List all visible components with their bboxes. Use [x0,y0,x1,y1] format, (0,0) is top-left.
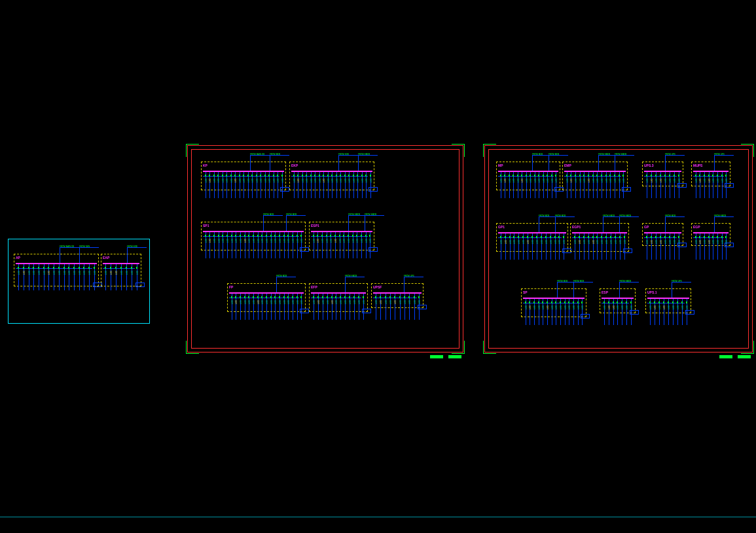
feeder-circuit: CKT [22,264,26,306]
drawing-sheet[interactable]: KPFROM MAIN DBFROM MDBCKTCKTCKTCKTCKTCKT… [187,145,463,352]
drawing-sheet[interactable]: APFROM MAIN DBFROM GENCKTCKTCKTCKTCKTCKT… [8,239,150,324]
incomer-label: FROM UPS [665,153,675,156]
electrical-panel[interactable]: ESPFROM EMDBCKTCKTCKTCKTCKTCKTCKT [600,288,636,328]
electrical-panel[interactable]: MPFROM MDBFROM MDBCKTCKTCKTCKTCKTCKTCKTC… [496,162,560,207]
feeder-label: CKT [242,179,245,182]
electrical-panel[interactable]: APFROM MAIN DBFROM GENCKTCKTCKTCKTCKTCKT… [14,254,99,306]
feeder-circuit: CKT [619,233,622,269]
feeder-label: CKT [365,239,367,243]
feeder-label: CKT [251,179,253,182]
feeder-circuit: CKT [282,232,285,267]
incomer-label: FROM EMDB [598,153,610,156]
drawing-sheet[interactable]: MPFROM MDBFROM MDBCKTCKTCKTCKTCKTCKTCKTC… [484,145,753,352]
feeder-label: CKT [104,271,107,275]
feeder-circuit: CKT [212,232,215,267]
feeder-label: CKT [664,179,666,182]
feeder-label: CKT [698,179,701,182]
feeder-label: CKT [339,300,342,304]
feeder-label: CKT [546,305,549,309]
feeder-circuit: CKT [388,294,392,322]
electrical-panel[interactable]: EMPFROM EMDBFROM EMDBCKTCKTCKTCKTCKTCKTC… [562,162,628,207]
feeder-circuit: CKT [309,172,312,207]
feeder-circuit: CKT [316,294,319,329]
incomer-label: FROM MDB [270,153,280,156]
feeder-circuit: CKT [658,172,662,201]
feeder-circuit: CKT [351,232,354,267]
feeder-label: CKT [125,271,128,275]
earth-terminal-icon [369,187,378,192]
incomer-feed: FROM EMDB [358,155,391,164]
feeder-label: CKT [281,179,283,182]
electrical-panel[interactable]: MUPSFROM UPSCKTCKTCKTCKTCKTCKTCKTCKT [691,162,730,201]
electrical-panel[interactable]: EKPFROM EDBFROM EMDBCKTCKTCKTCKTCKTCKTCK… [289,162,374,207]
feeder-circuit: CKT [648,299,652,328]
feeder-label: CKT [58,271,60,275]
electrical-panel[interactable]: EGP1FROM EMDBFROM EMDBCKTCKTCKTCKTCKTCKT… [570,223,629,269]
incomer-label: FROM EMDB [615,153,626,156]
feeder-circuit: CKT [365,172,368,207]
feeder-label: CKT [43,271,45,275]
feeder-label: CKT [208,239,211,243]
feeder-label: CKT [352,179,355,182]
electrical-panel[interactable]: UPS.1FROM UPSCKTCKTCKTCKTCKTCKTCKTCKTCKT [645,288,691,328]
feeder-circuit: CKT [338,232,341,267]
feeder-label: CKT [673,240,675,244]
electrical-panel[interactable]: SP1FROM MDBFROM MDBCKTCKTCKTCKTCKTCKTCKT… [201,222,306,267]
feeder-label: CKT [265,300,268,304]
feeder-label: CKT [130,271,133,275]
electrical-panel[interactable]: GPFROM MDBCKTCKTCKTCKTCKTCKTCKTCKT [642,223,683,259]
electrical-panel[interactable]: KPFROM MAIN DBFROM MDBCKTCKTCKTCKTCKTCKT… [201,162,286,207]
electrical-panel[interactable]: EAPFROM EDBCKTCKTCKTCKTCKTCKTCKT [101,254,141,306]
feeder-circuit: CKT [87,264,91,306]
feeder-label: CKT [296,300,298,304]
feeder-group: CKTCKTCKTCKTCKTCKTCKTCKTCKTCKTCKTCKTCKTC… [16,264,96,306]
feeder-label: CKT [270,300,272,304]
incomer-feed: FROM EDB [127,247,160,256]
feeder-circuit: CKT [325,294,329,329]
feeder-label: CKT [703,179,706,182]
electrical-panel[interactable]: FPFROM MDBCKTCKTCKTCKTCKTCKTCKTCKTCKTCKT… [227,283,306,329]
feeder-circuit: CKT [212,172,215,207]
feeder-circuit: CKT [658,233,662,259]
feeder-circuit: CKT [403,294,406,322]
feeder-circuit: CKT [333,232,336,267]
feeder-circuit: CKT [537,299,540,334]
feeder-circuit: CKT [114,264,118,306]
feeder-label: CKT [612,305,615,309]
feeder-label: CKT [230,179,232,182]
electrical-panel[interactable]: ESP1FROM EMDBFROM EMDBCKTCKTCKTCKTCKTCKT… [309,222,374,267]
feeder-label: CKT [225,179,228,182]
feeder-circuit: CKT [344,294,347,329]
panel-title: EFP [311,285,317,289]
feeder-circuit: CKT [312,232,315,267]
incomer-label: FROM UPS [404,275,414,277]
feeder-circuit: CKT [654,172,658,201]
feeder-label: CKT [596,179,598,182]
panel-title: EGP1 [572,225,581,229]
electrical-panel[interactable]: EFPFROM EMDBCKTCKTCKTCKTCKTCKTCKTCKTCKTC… [309,283,368,329]
feeder-circuit: CKT [582,233,585,269]
electrical-panel[interactable]: EGPFROM EMDBCKTCKTCKTCKTCKTCKTCKTCKT [691,223,730,259]
feeder-circuit: CKT [668,233,672,259]
electrical-panel[interactable]: GP1FROM MDBFROM MDBCKTCKTCKTCKTCKTCKTCKT… [496,223,568,269]
feeder-label: CKT [558,240,560,244]
feeder-label: CKT [573,240,576,244]
feeder-circuit: CKT [604,172,607,207]
feeder-label: CKT [321,300,324,304]
feeder-group: CKTCKTCKTCKTCKTCKTCKTCKTCKTCKT [374,294,421,322]
feeder-label: CKT [711,240,714,244]
feeder-circuit: CKT [549,233,552,269]
feeder-circuit: CKT [238,172,241,207]
feeder-circuit: CKT [609,172,612,207]
electrical-panel[interactable]: SPFROM MDBFROM MDBCKTCKTCKTCKTCKTCKTCKTC… [521,288,586,334]
feeder-label: CKT [522,240,524,244]
feeder-group: CKTCKTCKTCKTCKTCKTCKTCKTCKTCKTCKTCKTCKTC… [565,172,625,207]
electrical-panel[interactable]: UPSFFROM UPSCKTCKTCKTCKTCKTCKTCKTCKTCKTC… [371,283,423,322]
electrical-panel[interactable]: UPS.3FROM UPSCKTCKTCKTCKTCKTCKTCKTCKT [642,162,683,201]
feeder-label: CKT [609,179,611,182]
feeder-circuit: CKT [613,172,616,207]
feeder-circuit: CKT [600,233,603,269]
feeder-label: CKT [338,239,341,243]
feeder-circuit: CKT [645,172,649,201]
feeder-circuit: CKT [666,299,670,328]
